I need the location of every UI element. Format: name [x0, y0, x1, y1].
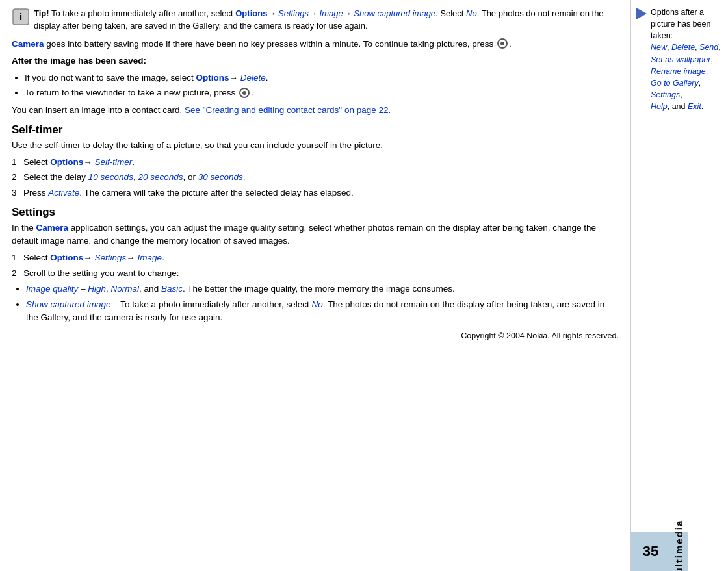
options-link-3[interactable]: Options: [50, 157, 83, 167]
press-button-icon-2: [239, 88, 250, 98]
tip-image-link[interactable]: Image: [320, 8, 343, 18]
copyright: Copyright © 2004 Nokia. All rights reser…: [12, 331, 619, 340]
activate-link[interactable]: Activate: [48, 188, 79, 197]
self-timer-step-1: 1 Select Options→ Self-timer.: [12, 156, 619, 169]
image-link-2[interactable]: Image: [138, 253, 162, 262]
send-link[interactable]: Send: [699, 43, 718, 52]
after-saved-item-1: If you do not want to save the image, se…: [25, 71, 619, 84]
self-timer-step-3: 3 Press Activate. The camera will take t…: [12, 186, 619, 199]
settings-step-1: 1 Select Options→ Settings→ Image.: [12, 251, 619, 264]
tip-block: i Tip! To take a photo immediately after…: [12, 8, 619, 32]
blue-arrow-icon: [636, 8, 647, 19]
svg-text:i: i: [20, 11, 22, 22]
settings-step-2: 2 Scroll to the setting you want to chan…: [12, 267, 619, 280]
tip-settings-link[interactable]: Settings: [278, 8, 309, 18]
help-link[interactable]: Help: [651, 102, 668, 111]
settings-link-3[interactable]: Settings: [651, 90, 680, 99]
self-timer-body: Use the self-timer to delay the taking o…: [12, 139, 619, 152]
exit-link[interactable]: Exit: [688, 102, 701, 111]
options-link-2[interactable]: Options: [196, 73, 229, 82]
after-saved-heading: After the image has been saved:: [12, 55, 619, 68]
camera-link-2[interactable]: Camera: [36, 223, 69, 233]
20-seconds-link[interactable]: 20 seconds: [138, 172, 183, 182]
multimedia-label: Multimedia: [670, 532, 688, 571]
show-captured-link[interactable]: Show captured image: [26, 299, 111, 309]
settings-sub-bullets: Image quality – High, Normal, and Basic.…: [26, 283, 619, 325]
press-button-icon: [497, 38, 508, 49]
no-link-2[interactable]: No: [312, 299, 323, 309]
tip-show-link[interactable]: Show captured image: [354, 8, 436, 18]
settings-heading: Settings: [12, 206, 619, 219]
sidebar-bottom: 35 Multimedia: [631, 532, 727, 571]
go-to-gallery-link[interactable]: Go to Gallery: [651, 79, 699, 88]
tip-text: Tip! To take a photo immediately after a…: [34, 8, 619, 32]
after-saved-item-2: To return to the viewfinder to take a ne…: [25, 86, 619, 99]
delete-link-2[interactable]: Delete: [671, 43, 695, 52]
self-timer-step-2: 2 Select the delay 10 seconds, 20 second…: [12, 171, 619, 184]
main-content: i Tip! To take a photo immediately after…: [0, 0, 630, 571]
rename-image-link[interactable]: Rename image: [651, 67, 706, 76]
settings-body: In the Camera application settings, you …: [12, 222, 619, 248]
delete-link[interactable]: Delete: [240, 73, 266, 82]
settings-link-2[interactable]: Settings: [95, 253, 127, 262]
30-seconds-link[interactable]: 30 seconds: [198, 172, 243, 182]
camera-link-1[interactable]: Camera: [12, 39, 44, 49]
high-link[interactable]: High: [88, 284, 106, 294]
basic-link[interactable]: Basic: [161, 284, 183, 294]
tip-prefix: Tip!: [34, 8, 49, 18]
tip-options-link[interactable]: Options: [235, 8, 267, 18]
self-timer-heading: Self-timer: [12, 123, 619, 136]
contact-card-para: You can insert an image into a contact c…: [12, 104, 619, 117]
self-timer-steps: 1 Select Options→ Self-timer. 2 Select t…: [12, 156, 619, 199]
image-quality-link[interactable]: Image quality: [26, 284, 78, 294]
right-sidebar: Options after a picture has been taken: …: [630, 0, 727, 571]
show-captured-bullet: Show captured image – To take a photo im…: [26, 298, 619, 325]
tip-icon: i: [12, 8, 30, 26]
image-quality-bullet: Image quality – High, Normal, and Basic.…: [26, 283, 619, 296]
camera-battery-para: Camera goes into battery saving mode if …: [12, 38, 619, 51]
10-seconds-link[interactable]: 10 seconds: [88, 172, 133, 182]
set-as-wallpaper-link[interactable]: Set as wallpaper: [651, 55, 710, 64]
normal-link[interactable]: Normal: [111, 284, 140, 294]
tip-no-link[interactable]: No: [466, 8, 477, 18]
new-link[interactable]: New: [651, 43, 667, 52]
after-saved-list: If you do not want to save the image, se…: [25, 71, 619, 100]
tip-body: To take a photo immediately after anothe…: [49, 8, 236, 18]
options-after-heading: Options after a picture has been taken: …: [651, 6, 722, 112]
self-timer-link[interactable]: Self-timer: [95, 157, 133, 167]
contact-card-link[interactable]: See "Creating and editing contact cards"…: [185, 105, 391, 115]
page-number: 35: [631, 532, 670, 571]
settings-steps: 1 Select Options→ Settings→ Image. 2 Scr…: [12, 251, 619, 280]
options-link-4[interactable]: Options: [50, 253, 83, 262]
sidebar-options: Options after a picture has been taken: …: [631, 0, 727, 272]
